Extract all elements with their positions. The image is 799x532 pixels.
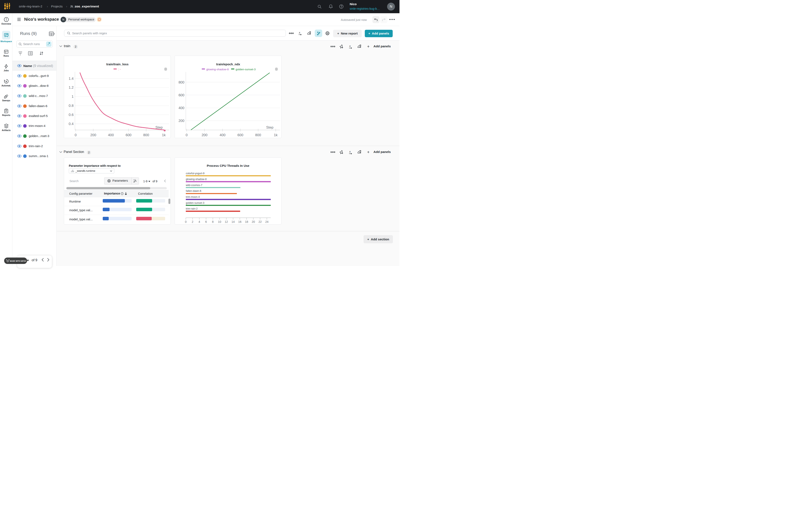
svg-text:0: 0 (75, 133, 76, 137)
svg-text:2: 2 (192, 220, 193, 224)
svg-text:0.8: 0.8 (69, 104, 74, 108)
svg-text:200: 200 (178, 119, 184, 123)
svg-text:22: 22 (259, 220, 262, 224)
svg-text:0: 0 (186, 133, 188, 137)
svg-text:200: 200 (90, 133, 96, 137)
svg-text:train/epoch_ndx: train/epoch_ndx (216, 62, 240, 66)
svg-text:8: 8 (212, 220, 214, 224)
svg-text:x: x (299, 31, 300, 34)
svg-text:Step: Step (266, 126, 273, 129)
svg-text:600: 600 (237, 133, 243, 137)
svg-text:golden-sunset-3: golden-sunset-3 (235, 68, 256, 71)
svg-text:24: 24 (265, 220, 268, 224)
svg-text:glowing-shadow-8: glowing-shadow-8 (206, 68, 229, 71)
svg-text:6: 6 (205, 220, 207, 224)
svg-text:12: 12 (225, 220, 228, 224)
svg-text:1.4: 1.4 (69, 77, 74, 81)
svg-text:1.2: 1.2 (69, 86, 74, 90)
svg-text:train/train_loss: train/train_loss (106, 62, 129, 66)
svg-text:0.4: 0.4 (69, 122, 74, 126)
svg-text:800: 800 (143, 133, 149, 137)
svg-text:16: 16 (238, 220, 242, 224)
svg-text:0: 0 (185, 220, 187, 224)
svg-text:1k: 1k (162, 133, 166, 137)
svg-text:1: 1 (72, 95, 74, 99)
svg-text:0.6: 0.6 (69, 113, 74, 117)
svg-text:800: 800 (255, 133, 261, 137)
svg-text:18: 18 (245, 220, 248, 224)
svg-text:14: 14 (231, 220, 235, 224)
svg-text:20: 20 (252, 220, 255, 224)
svg-text:200: 200 (202, 133, 207, 137)
svg-text:x: x (349, 150, 351, 153)
svg-text:600: 600 (126, 133, 131, 137)
svg-text:400: 400 (108, 133, 114, 137)
svg-text:4: 4 (198, 220, 200, 224)
svg-text:800: 800 (178, 80, 184, 84)
svg-text:400: 400 (178, 106, 184, 110)
svg-text:600: 600 (178, 93, 184, 97)
svg-text:: -: : - (118, 68, 121, 71)
svg-text:400: 400 (220, 133, 226, 137)
svg-text:10: 10 (218, 220, 221, 224)
svg-text:x: x (349, 44, 351, 48)
svg-text:1k: 1k (274, 133, 278, 137)
